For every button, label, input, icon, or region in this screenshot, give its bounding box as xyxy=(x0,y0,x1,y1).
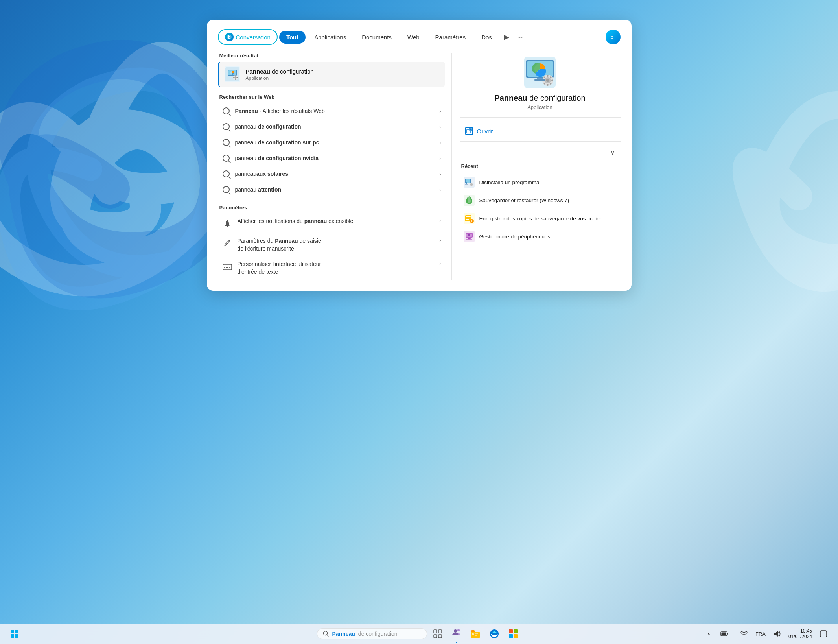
svg-rect-56 xyxy=(466,218,471,218)
tab-applications[interactable]: Applications xyxy=(307,31,353,44)
web-item-text-2: panneau de configuration xyxy=(235,124,435,130)
taskbar-time: 10:45 01/01/2024 xyxy=(788,628,812,639)
open-button[interactable]: Ouvrir xyxy=(460,123,621,139)
params-item-1[interactable]: Afficher les notifications du panneau ex… xyxy=(218,214,445,233)
chevron-icon-5: › xyxy=(439,171,441,177)
svg-rect-12 xyxy=(233,77,234,78)
best-result-item[interactable]: Panneau de configuration Application xyxy=(218,62,445,87)
time-display: 10:45 xyxy=(788,628,812,634)
web-item-text-3: panneau de configuration sur pc xyxy=(235,139,435,146)
notification-chevron[interactable]: ∧ xyxy=(705,626,713,642)
pen-icon xyxy=(222,238,233,249)
more-button[interactable]: ··· xyxy=(514,31,526,43)
play-button[interactable]: ▶ xyxy=(501,31,512,43)
open-icon xyxy=(465,127,473,135)
expand-button[interactable]: ∨ xyxy=(460,147,621,158)
chevron-icon-4: › xyxy=(439,155,441,161)
web-search-item-1[interactable]: Panneau - Afficher les résultats Web › xyxy=(218,103,445,119)
app-detail-name: Panneau de configuration xyxy=(460,94,621,103)
bing-icon-conversation: b xyxy=(225,33,234,41)
search-icon-4 xyxy=(222,154,230,162)
recent-item-1[interactable]: Disinstalla un programma xyxy=(460,173,621,191)
search-icon-6 xyxy=(222,185,230,194)
svg-point-51 xyxy=(470,183,473,186)
magnifier-icon-4 xyxy=(223,155,230,162)
params-item-2[interactable]: Paramètres du Panneau de saisiede l'écri… xyxy=(218,233,445,256)
svg-rect-79 xyxy=(475,633,478,634)
notifications-icon xyxy=(820,630,827,637)
divider-2 xyxy=(460,141,621,142)
parametres-title: Paramètres xyxy=(218,205,445,210)
chevron-icon-1: › xyxy=(439,108,441,114)
svg-rect-66 xyxy=(15,630,18,633)
svg-rect-83 xyxy=(514,629,518,633)
wifi-button[interactable] xyxy=(736,626,752,642)
web-search-item-4[interactable]: panneau de configuration nvidia › xyxy=(218,150,445,166)
params-item-3[interactable]: Personnaliser l'interface utilisateurd'e… xyxy=(218,256,445,280)
taskbar-search[interactable]: Panneau de configuration xyxy=(317,628,427,639)
svg-rect-64 xyxy=(466,239,472,240)
svg-rect-34 xyxy=(547,84,549,86)
battery-button[interactable] xyxy=(716,626,733,642)
tab-dos[interactable]: Dos xyxy=(474,31,499,44)
store-icon xyxy=(508,629,518,639)
tab-documents-label: Documents xyxy=(362,34,392,41)
tab-conversation-label: Conversation xyxy=(236,34,271,41)
start-button[interactable] xyxy=(6,626,23,642)
svg-rect-49 xyxy=(465,184,468,185)
teams-icon xyxy=(451,627,462,638)
magnifier-icon-2 xyxy=(223,123,230,130)
bell-icon xyxy=(222,218,233,229)
main-content: Meilleur résultat xyxy=(218,53,621,280)
params-text-1: Afficher les notifications du panneau ex… xyxy=(238,218,435,225)
web-search-item-5[interactable]: panneauaux solaires › xyxy=(218,166,445,182)
explorer-icon xyxy=(470,629,481,639)
best-result-name-normal: de configuration xyxy=(270,68,314,75)
taskview-button[interactable] xyxy=(429,626,446,642)
svg-rect-33 xyxy=(547,75,549,77)
svg-rect-72 xyxy=(438,630,442,633)
chevron-params-3: › xyxy=(439,260,441,266)
app-name-bold: Panneau xyxy=(494,94,527,102)
svg-rect-74 xyxy=(438,635,442,638)
taskbar: Panneau de configuration xyxy=(0,624,838,644)
tab-tout[interactable]: Tout xyxy=(279,31,306,44)
divider-1 xyxy=(460,117,621,118)
recent-item-2[interactable]: Sauvegarder et restaurer (Windows 7) xyxy=(460,191,621,209)
bing-logo-button[interactable]: b xyxy=(606,30,621,44)
app-detail-type: Application xyxy=(460,104,621,110)
svg-rect-21 xyxy=(227,266,228,266)
svg-rect-68 xyxy=(15,634,18,638)
chevron-params-2: › xyxy=(439,237,441,243)
magnifier-icon-3 xyxy=(223,139,230,146)
search-icon-1 xyxy=(222,107,230,115)
recent-item-text-2: Sauvegarder et restaurer (Windows 7) xyxy=(479,197,569,203)
svg-rect-25 xyxy=(229,267,230,268)
tab-conversation[interactable]: b Conversation xyxy=(218,29,278,45)
svg-rect-89 xyxy=(820,631,827,637)
tab-documents[interactable]: Documents xyxy=(355,31,399,44)
best-result-text: Panneau de configuration Application xyxy=(246,68,314,81)
recent-item-4[interactable]: Gestionnaire de périphériques xyxy=(460,227,621,245)
recent-title: Récent xyxy=(460,163,621,169)
store-button[interactable] xyxy=(505,626,521,642)
tabs-row: b Conversation Tout Applications Documen… xyxy=(218,29,621,45)
tab-web[interactable]: Web xyxy=(400,31,427,44)
web-search-item-3[interactable]: panneau de configuration sur pc › xyxy=(218,135,445,150)
edge-button[interactable] xyxy=(486,626,503,642)
explorer-button[interactable] xyxy=(467,626,484,642)
volume-button[interactable] xyxy=(769,626,785,642)
teams-wrapper xyxy=(448,624,465,643)
svg-rect-87 xyxy=(727,633,728,635)
tab-parametres-label: Paramètres xyxy=(435,34,466,41)
web-search-item-2[interactable]: panneau de configuration › xyxy=(218,119,445,135)
teams-button[interactable] xyxy=(448,624,465,641)
params-text-3: Personnaliser l'interface utilisateurd'e… xyxy=(238,260,435,276)
notifications-button[interactable] xyxy=(815,626,832,642)
svg-rect-41 xyxy=(537,78,543,79)
tab-parametres[interactable]: Paramètres xyxy=(428,31,473,44)
open-label: Ouvrir xyxy=(477,128,493,135)
recent-item-3[interactable]: Enregistrer des copies de sauvegarde de … xyxy=(460,209,621,227)
web-item-text-6: panneau attention xyxy=(235,186,435,193)
web-search-item-6[interactable]: panneau attention › xyxy=(218,182,445,197)
